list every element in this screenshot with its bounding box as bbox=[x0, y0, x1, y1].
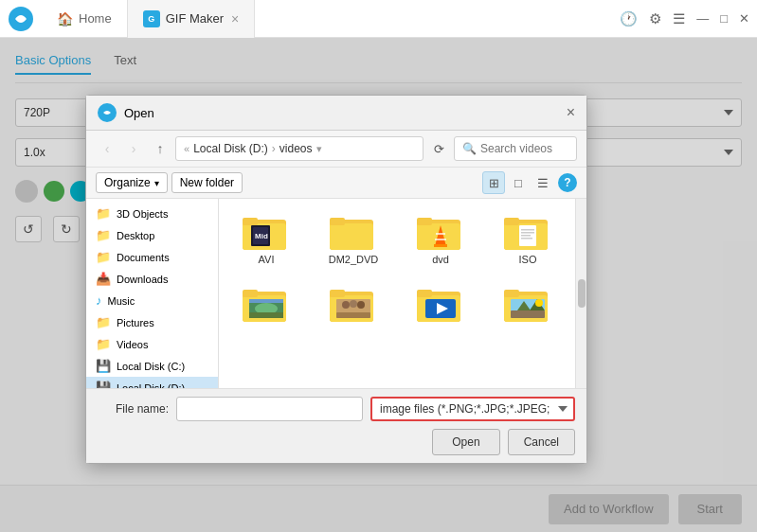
path-drive: Local Disk (D:) bbox=[193, 142, 268, 155]
path-chevron: « bbox=[184, 143, 189, 154]
search-input[interactable] bbox=[480, 142, 568, 155]
desktop-label: Desktop bbox=[117, 230, 154, 241]
view-grid-button[interactable]: ⊞ bbox=[482, 171, 505, 194]
3dobjects-icon: 📁 bbox=[96, 206, 111, 221]
file-item-iso[interactable]: ISO bbox=[488, 206, 568, 271]
tab-home[interactable]: 🏠 Home bbox=[42, 0, 127, 38]
file-item-img3[interactable] bbox=[488, 278, 568, 331]
new-folder-button[interactable]: New folder bbox=[171, 172, 243, 193]
button-row: Open Cancel bbox=[98, 429, 575, 455]
svg-point-38 bbox=[357, 301, 365, 309]
svg-rect-8 bbox=[330, 223, 373, 250]
filename-row: File name: image files (*.PNG;*.JPG;*.JP… bbox=[98, 397, 575, 421]
help-button[interactable]: ? bbox=[558, 173, 577, 192]
dialog-title-text: Open bbox=[124, 106, 567, 120]
dialog-body: 📁 3D Objects 📁 Desktop 📁 Documents 📥 Dow… bbox=[86, 199, 586, 388]
nav-back-button[interactable]: ‹ bbox=[96, 137, 118, 160]
tab-gif-maker[interactable]: G GIF Maker × bbox=[127, 0, 256, 38]
local-d-icon: 💾 bbox=[96, 381, 111, 388]
pictures-icon: 📁 bbox=[96, 315, 111, 329]
refresh-button[interactable]: ⟳ bbox=[427, 137, 450, 160]
organize-button[interactable]: Organize ▾ bbox=[96, 172, 168, 193]
file-item-avi[interactable]: Mid AVI bbox=[226, 206, 306, 271]
path-bar[interactable]: « Local Disk (D:) › videos ▾ bbox=[175, 136, 424, 161]
file-grid: Mid AVI DM2_DVD bbox=[219, 199, 575, 388]
folder-dvd-thumb bbox=[416, 212, 465, 254]
filetype-select[interactable]: image files (*.PNG;*.JPG;*.JPEG; All fil… bbox=[370, 397, 575, 421]
3dobjects-label: 3D Objects bbox=[117, 208, 168, 220]
svg-rect-24 bbox=[521, 238, 532, 239]
sidebar-item-downloads[interactable]: 📥 Downloads bbox=[86, 268, 218, 290]
svg-rect-14 bbox=[434, 244, 447, 247]
tab-close-icon[interactable]: × bbox=[231, 11, 239, 27]
file-item-blue[interactable] bbox=[401, 278, 480, 331]
videos-icon: 📁 bbox=[96, 337, 111, 351]
svg-rect-12 bbox=[417, 218, 432, 225]
scroll-thumb[interactable] bbox=[578, 279, 586, 308]
maximize-button[interactable]: □ bbox=[720, 11, 728, 26]
sidebar-item-local-d[interactable]: 💾 Local Disk (D:) bbox=[86, 377, 218, 388]
history-icon[interactable]: 🕐 bbox=[620, 10, 638, 27]
file-item-dm2dvd[interactable]: DM2_DVD bbox=[314, 206, 393, 271]
file-dm2dvd-label: DM2_DVD bbox=[329, 254, 379, 265]
cancel-button[interactable]: Cancel bbox=[508, 429, 575, 455]
svg-rect-49 bbox=[511, 310, 545, 318]
home-icon: 🏠 bbox=[57, 11, 73, 27]
organize-chevron: ▾ bbox=[154, 178, 159, 188]
sidebar-item-documents[interactable]: 📁 Documents bbox=[86, 246, 218, 268]
dialog-bottom: File name: image files (*.PNG;*.JPG;*.JP… bbox=[86, 388, 586, 463]
svg-rect-27 bbox=[243, 290, 258, 297]
filename-input[interactable] bbox=[176, 397, 363, 421]
close-window-button[interactable]: ✕ bbox=[739, 11, 749, 26]
sidebar-item-local-c[interactable]: 💾 Local Disk (C:) bbox=[86, 355, 218, 377]
svg-rect-31 bbox=[249, 312, 283, 318]
view-large-button[interactable]: □ bbox=[507, 171, 530, 194]
svg-rect-39 bbox=[336, 312, 370, 318]
view-list-button[interactable]: ☰ bbox=[532, 171, 554, 194]
svg-text:Mid: Mid bbox=[255, 232, 268, 240]
svg-point-52 bbox=[535, 299, 543, 307]
svg-rect-21 bbox=[521, 229, 534, 231]
desktop-icon: 📁 bbox=[96, 228, 111, 242]
menu-icon[interactable]: ☰ bbox=[673, 10, 685, 27]
sidebar-item-videos[interactable]: 📁 Videos bbox=[86, 333, 218, 355]
filename-label: File name: bbox=[98, 402, 169, 416]
organize-label: Organize bbox=[104, 176, 151, 189]
minimize-button[interactable]: — bbox=[696, 11, 709, 26]
path-breadcrumb: « Local Disk (D:) › videos bbox=[184, 142, 313, 155]
file-item-img1[interactable] bbox=[226, 278, 306, 331]
app-logo bbox=[8, 6, 34, 32]
local-c-label: Local Disk (C:) bbox=[117, 361, 185, 372]
open-button[interactable]: Open bbox=[432, 429, 499, 455]
sidebar-item-desktop[interactable]: 📁 Desktop bbox=[86, 224, 218, 246]
svg-rect-3 bbox=[243, 218, 258, 225]
path-folder: videos bbox=[279, 142, 313, 155]
dialog-app-icon bbox=[98, 103, 117, 122]
window-controls: 🕐 ⚙ ☰ — □ ✕ bbox=[620, 10, 749, 27]
dialog-close-button[interactable]: × bbox=[567, 104, 575, 121]
svg-rect-16 bbox=[435, 239, 446, 240]
nav-up-button[interactable]: ↑ bbox=[149, 137, 171, 160]
tab-home-label: Home bbox=[79, 11, 112, 26]
local-d-label: Local Disk (D:) bbox=[117, 382, 185, 389]
dialog-toolbar: Organize ▾ New folder ⊞ □ ☰ ? bbox=[86, 168, 586, 199]
sidebar-item-3dobjects[interactable]: 📁 3D Objects bbox=[86, 203, 218, 224]
sidebar-nav: 📁 3D Objects 📁 Desktop 📁 Documents 📥 Dow… bbox=[86, 199, 219, 388]
gif-icon: G bbox=[143, 10, 160, 27]
open-dialog: Open × ‹ › ↑ « Local Disk (D:) › videos … bbox=[85, 95, 587, 464]
dialog-overlay: Open × ‹ › ↑ « Local Disk (D:) › videos … bbox=[0, 38, 757, 532]
file-grid-scrollbar[interactable] bbox=[575, 199, 586, 388]
svg-point-36 bbox=[342, 301, 350, 309]
documents-label: Documents bbox=[117, 252, 170, 263]
pictures-label: Pictures bbox=[117, 317, 154, 328]
settings-icon[interactable]: ⚙ bbox=[649, 10, 661, 27]
search-box: 🔍 bbox=[454, 136, 577, 161]
sidebar-item-pictures[interactable]: 📁 Pictures bbox=[86, 311, 218, 333]
path-dropdown-arrow[interactable]: ▾ bbox=[316, 143, 322, 155]
file-item-img2[interactable] bbox=[314, 278, 393, 331]
nav-forward-button[interactable]: › bbox=[122, 137, 145, 160]
sidebar-item-music[interactable]: ♪ Music bbox=[86, 290, 218, 311]
file-item-dvd[interactable]: dvd bbox=[401, 206, 480, 271]
file-avi-label: AVI bbox=[259, 254, 275, 265]
folder-blue-thumb bbox=[416, 284, 465, 326]
